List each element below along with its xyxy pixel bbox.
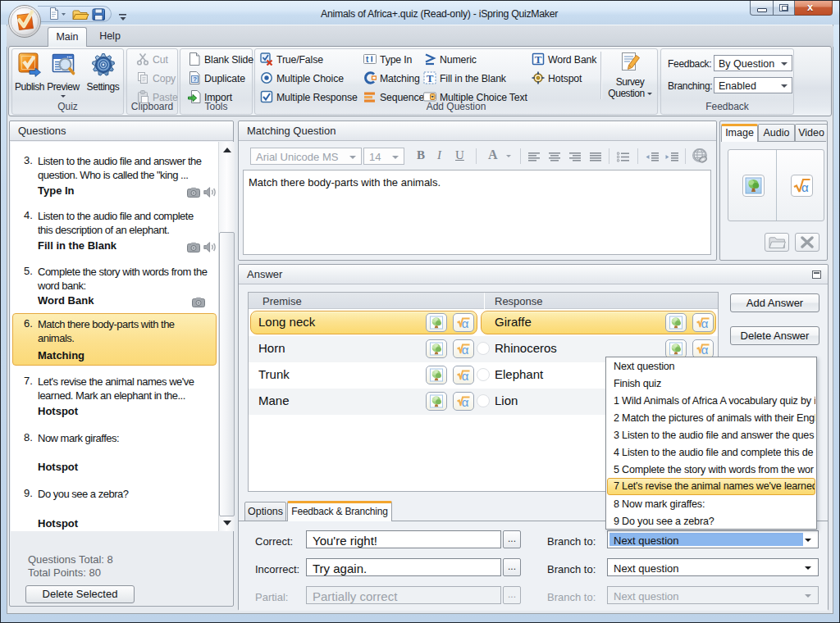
svg-text:α: α (462, 395, 469, 408)
svg-text:T: T (535, 53, 542, 66)
svg-text:α: α (701, 343, 709, 356)
svg-text:?: ? (193, 75, 197, 83)
svg-text:T: T (427, 72, 434, 84)
svg-text:α: α (462, 316, 469, 330)
svg-text:α: α (701, 316, 709, 330)
svg-text:α: α (462, 369, 469, 382)
svg-text:α: α (801, 180, 809, 194)
svg-text:α: α (462, 343, 469, 356)
